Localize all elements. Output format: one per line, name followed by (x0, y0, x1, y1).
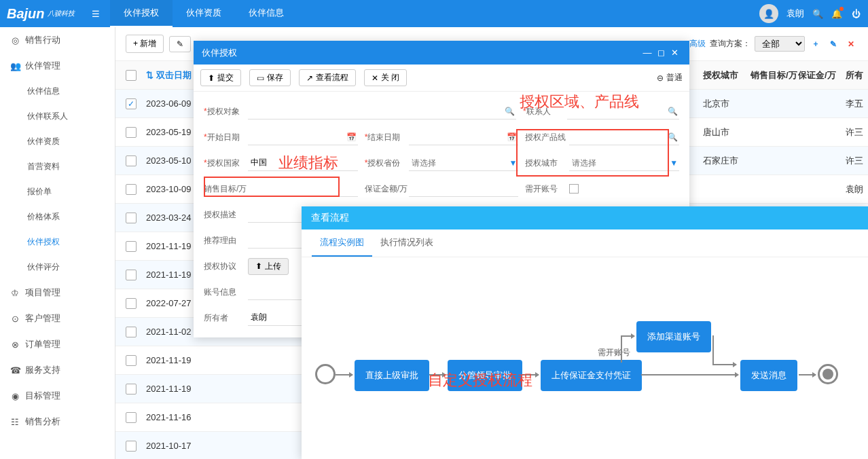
cell-owner: 袁朗 (846, 183, 868, 196)
search-icon[interactable]: 🔍 (812, 8, 823, 19)
input-province[interactable] (409, 155, 519, 171)
avatar[interactable]: 👤 (759, 4, 778, 23)
row-checkbox[interactable] (126, 184, 137, 195)
chk-account[interactable] (569, 184, 579, 194)
cell-date: 2021-11-19 (146, 355, 214, 365)
flow-start-node (315, 364, 336, 384)
cell-date: 2021-11-16 (146, 412, 214, 422)
side-partner-contact[interactable]: 伙伴联系人 (0, 104, 115, 129)
row-checkbox[interactable] (126, 384, 137, 394)
user-name[interactable]: 袁朗 (786, 7, 804, 20)
lbl-desc: 授权描述 (204, 209, 248, 221)
close-icon[interactable]: ✕ (668, 48, 681, 58)
col-owner[interactable]: 所有 (846, 69, 868, 81)
input-country[interactable] (248, 155, 358, 171)
row-checkbox[interactable] (126, 327, 137, 337)
side-order[interactable]: ⊗订单管理 (0, 331, 115, 357)
row-checkbox[interactable] (126, 98, 137, 109)
input-target[interactable] (248, 104, 516, 120)
flow-tab-list[interactable]: 执行情况列表 (372, 230, 441, 257)
tab-info[interactable]: 伙伴信息 (235, 0, 297, 27)
view-flow-button[interactable]: ↗ 查看流程 (299, 69, 356, 86)
col-deposit[interactable]: 保证金/万 (798, 69, 846, 81)
side-customer[interactable]: ⊙客户管理 (0, 306, 115, 331)
new-button[interactable]: + 新增 (126, 35, 164, 53)
flow-node-1[interactable]: 直接上级审批 (355, 360, 429, 391)
side-partner-score[interactable]: 伙伴评分 (0, 255, 115, 280)
close-button[interactable]: ✕ 关 闭 (364, 69, 407, 86)
tab-qual[interactable]: 伙伴资质 (173, 0, 235, 27)
flow-node-5[interactable]: 发送消息 (740, 360, 797, 391)
col-city[interactable]: 授权城市 (703, 69, 751, 81)
row-checkbox[interactable] (126, 441, 137, 452)
save-button[interactable]: ▭ 保存 (249, 69, 291, 86)
side-partner-auth[interactable]: 伙伴授权 (0, 230, 115, 255)
lbl-acctinfo: 账号信息 (204, 287, 248, 298)
flow-arrow (522, 374, 539, 375)
row-checkbox[interactable] (126, 355, 137, 366)
scheme-add-icon[interactable]: + (809, 37, 822, 51)
input-start[interactable] (248, 130, 358, 145)
side-sales-action[interactable]: ◎销售行动 (0, 27, 115, 53)
lbl-owner: 所有者 (204, 312, 248, 324)
sidebar: ◎销售行动 👥伙伴管理 伙伴信息 伙伴联系人 伙伴资质 首营资料 报价单 价格体… (0, 27, 115, 459)
row-checkbox[interactable] (126, 155, 137, 166)
lbl-city: 授权城市 (525, 158, 569, 169)
upload-button[interactable]: ⬆ 上传 (248, 258, 289, 275)
row-checkbox[interactable] (126, 412, 137, 423)
flow-node-4[interactable]: 添加渠道账号 (636, 321, 711, 352)
side-service[interactable]: ☎服务支持 (0, 357, 115, 383)
side-quote[interactable]: 报价单 (0, 179, 115, 204)
scheme-select[interactable]: 全部 (755, 36, 805, 52)
side-analysis[interactable]: ☷销售分析 (0, 409, 115, 435)
tab-auth[interactable]: 伙伴授权 (110, 0, 173, 27)
chart-icon: ☷ (10, 417, 20, 427)
col-target[interactable]: 销售目标/万 (751, 69, 798, 81)
power-icon[interactable]: ⏻ (850, 8, 861, 19)
row-checkbox[interactable] (126, 127, 137, 138)
side-partner-info[interactable]: 伙伴信息 (0, 79, 115, 104)
flow-node-2[interactable]: 分管领导审批 (448, 360, 522, 391)
cell-city: 石家庄市 (703, 155, 751, 167)
side-partner-mgmt[interactable]: 👥伙伴管理 (0, 53, 115, 79)
row-checkbox[interactable] (126, 213, 137, 223)
side-first-material[interactable]: 首营资料 (0, 154, 115, 179)
flow-tab-diagram[interactable]: 流程实例图 (312, 230, 372, 257)
row-checkbox[interactable] (126, 270, 137, 280)
users-icon: 👥 (10, 61, 20, 71)
minimize-icon[interactable]: — (640, 48, 654, 58)
cell-city: 北京市 (703, 98, 751, 110)
mode-toggle[interactable]: ⊖ 普通 (657, 72, 683, 84)
cart-icon: ⊗ (10, 339, 20, 350)
side-partner-qual[interactable]: 伙伴资质 (0, 129, 115, 154)
input-end[interactable] (409, 130, 519, 145)
scheme-edit-icon[interactable]: ✎ (827, 37, 840, 51)
select-all-checkbox[interactable] (126, 70, 137, 81)
input-product[interactable] (569, 130, 679, 145)
advanced-link[interactable]: 高级 (689, 38, 706, 50)
input-sales[interactable] (248, 181, 358, 197)
submit-button[interactable]: ⬆ 提交 (200, 69, 241, 86)
hamburger-icon[interactable]: ☰ (92, 9, 100, 19)
edit-button[interactable]: ✎ (169, 36, 191, 52)
logo: Bajun 八骏科技 (7, 6, 75, 22)
side-project[interactable]: ♔项目管理 (0, 280, 115, 306)
flow-node-3[interactable]: 上传保证金支付凭证 (541, 360, 642, 391)
lbl-reason: 推荐理由 (204, 235, 248, 246)
headset-icon: ☎ (10, 365, 20, 375)
row-checkbox[interactable] (126, 241, 137, 252)
maximize-icon[interactable]: ◻ (654, 48, 668, 58)
side-price[interactable]: 价格体系 (0, 204, 115, 230)
scheme-del-icon[interactable]: ✕ (844, 37, 858, 51)
input-deposit[interactable] (409, 181, 519, 197)
row-checkbox[interactable] (126, 298, 137, 309)
flow-arrow (641, 374, 738, 375)
input-city[interactable] (569, 155, 679, 171)
side-goal[interactable]: ◉目标管理 (0, 383, 115, 409)
cell-owner: 许三 (846, 126, 868, 139)
input-contact[interactable] (567, 104, 679, 120)
bell-icon[interactable]: 🔔 (831, 8, 842, 19)
lbl-province: *授权省份 (365, 158, 409, 169)
modal-flow: 查看流程 流程实例图 执行情况列表 直接上级审批 分管领导审批 上传保证金支付凭… (302, 206, 868, 459)
flow-vline (621, 335, 622, 363)
